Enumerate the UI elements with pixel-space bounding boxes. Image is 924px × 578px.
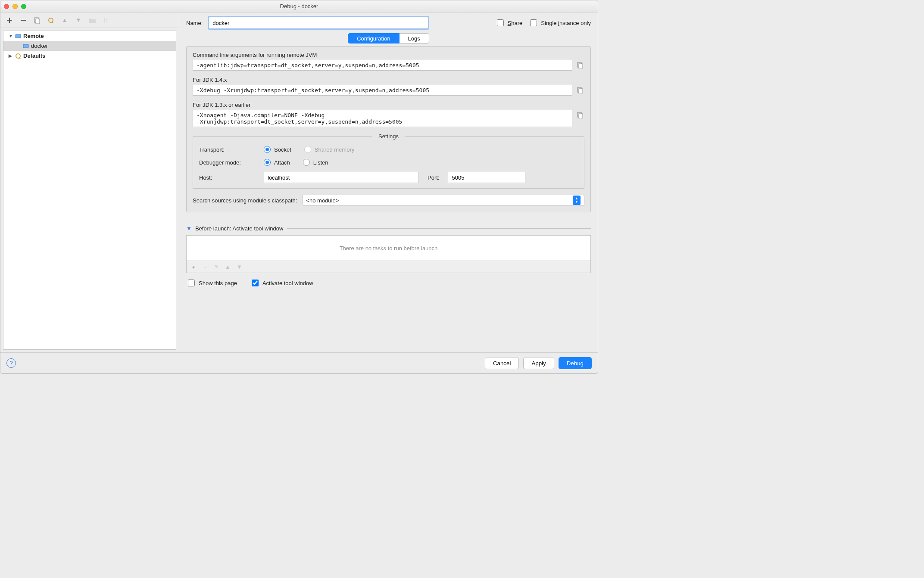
tab-configuration[interactable]: Configuration [348,33,399,44]
classpath-row: Search sources using module's classpath:… [193,195,584,206]
sidebar-toolbar: ▲ ▼ az [0,12,179,28]
name-label: Name: [186,20,203,26]
tabs: Configuration Logs [186,33,591,44]
jdk14-value[interactable]: -Xdebug -Xrunjdwp:transport=dt_socket,se… [193,85,572,96]
svg-rect-13 [579,89,583,93]
transport-shared-radio: Shared memory [304,146,354,153]
svg-text:z: z [106,20,107,23]
port-input[interactable] [448,172,525,183]
add-config-icon[interactable] [6,16,13,24]
before-launch-toolbar: ＋ － ✎ ▲ ▼ [186,261,591,273]
folder-icon[interactable] [88,16,96,24]
copy-icon[interactable] [577,62,584,69]
activate-tool-window-input[interactable] [252,280,259,286]
defaults-group-icon [15,53,22,59]
sort-icon[interactable]: az [102,16,110,24]
transport-row: Socket Shared memory [264,146,578,153]
name-input[interactable] [209,17,428,29]
cmdline-label: Command line arguments for running remot… [193,52,584,58]
before-launch-checks: Show this page Activate tool window [186,278,591,288]
mode-attach-radio[interactable]: Attach [264,159,290,166]
share-checkbox-input[interactable] [497,19,504,26]
bl-down-icon[interactable]: ▼ [237,264,242,270]
header-row: Name: SSharehare Single instance onlySin… [186,17,591,29]
radio-on-icon [264,146,271,153]
debugger-mode-label: Debugger mode: [199,159,264,166]
apply-button[interactable]: Apply [523,357,554,369]
transport-shared-label: Shared memory [315,146,354,153]
bl-edit-icon[interactable]: ✎ [214,264,219,270]
copy-icon[interactable] [577,87,584,94]
radio-disabled-icon [304,146,311,153]
settings-fieldset: Settings Transport: Socket Sh [193,137,584,189]
window-controls [4,4,26,9]
tab-logs[interactable]: Logs [400,33,429,44]
single-instance-label: Single instance onlySingle instance only [541,20,591,26]
collapse-arrow-icon[interactable]: ▶ [9,53,13,58]
single-instance-checkbox-input[interactable] [530,19,537,26]
debug-button[interactable]: Debug [559,357,592,369]
before-launch-section: ▼ Before launch: Activate tool window Th… [186,225,591,288]
show-this-page-input[interactable] [188,280,195,286]
activate-tool-window-checkbox[interactable]: Activate tool window [250,278,313,288]
transport-socket-label: Socket [274,146,291,153]
host-input[interactable] [264,172,419,183]
tree-item-docker[interactable]: docker [3,41,176,51]
zoom-window-button[interactable] [21,4,26,9]
settings-legend: Settings [377,133,400,140]
remove-config-icon[interactable] [19,16,27,24]
bl-up-icon[interactable]: ▲ [225,264,231,270]
configuration-panel: Command line arguments for running remot… [186,46,591,212]
classpath-label: Search sources using module's classpath: [193,197,297,204]
before-launch-title: Before launch: Activate tool window [195,225,284,232]
bl-remove-icon[interactable]: － [203,263,208,271]
jdk14-label: For JDK 1.4.x [193,77,584,83]
minimize-window-button[interactable] [12,4,18,9]
transport-socket-radio[interactable]: Socket [264,146,291,153]
show-this-page-label: Show this page [199,280,237,286]
svg-rect-11 [579,64,583,68]
mode-listen-label: Listen [313,159,328,166]
help-icon[interactable]: ? [6,358,16,368]
host-label: Host: [199,174,264,181]
tree-group-defaults[interactable]: ▶ Defaults [3,51,176,61]
titlebar: Debug - docker [0,0,598,12]
main-panel: Name: SSharehare Single instance onlySin… [179,12,598,352]
jdk13-value[interactable]: -Xnoagent -Djava.compiler=NONE -Xdebug -… [193,110,572,127]
edit-templates-icon[interactable] [47,16,55,24]
show-this-page-checkbox[interactable]: Show this page [186,278,237,288]
move-down-icon[interactable]: ▼ [75,16,82,24]
remote-config-icon [22,43,29,50]
transport-label: Transport: [199,146,264,153]
svg-rect-15 [579,114,583,118]
svg-rect-6 [16,34,21,38]
share-label: SSharehare [508,20,523,26]
disclosure-arrow-icon[interactable]: ▼ [186,225,192,232]
hostport-row: Port: [264,172,578,183]
tree-label: docker [31,43,48,49]
window-title: Debug - docker [0,3,598,9]
tree-group-remote[interactable]: ▼ Remote [3,31,176,41]
expand-arrow-icon[interactable]: ▼ [9,34,13,38]
sidebar: ▲ ▼ az ▼ Remote docker ▶ Defaults [0,12,179,352]
debugger-mode-row: Attach Listen [264,159,578,166]
cancel-button[interactable]: Cancel [485,357,519,369]
copy-icon[interactable] [577,112,584,119]
classpath-select[interactable]: <no module> ▲▼ [302,195,584,206]
move-up-icon[interactable]: ▲ [61,16,69,24]
svg-rect-7 [23,44,28,48]
close-window-button[interactable] [4,4,9,9]
before-launch-header[interactable]: ▼ Before launch: Activate tool window [186,225,591,232]
tree-label: Remote [23,33,44,39]
before-launch-list[interactable]: There are no tasks to run before launch [186,235,591,261]
mode-listen-radio[interactable]: Listen [303,159,328,166]
remote-group-icon [15,33,22,40]
classpath-value: <no module> [306,197,339,204]
port-label: Port: [428,174,439,181]
bl-add-icon[interactable]: ＋ [191,263,197,271]
share-checkbox[interactable]: SSharehare [495,18,523,28]
cmdline-value[interactable]: -agentlib:jdwp=transport=dt_socket,serve… [193,60,572,71]
single-instance-checkbox[interactable]: Single instance onlySingle instance only [528,18,591,28]
copy-config-icon[interactable] [33,16,41,24]
config-tree[interactable]: ▼ Remote docker ▶ Defaults [3,31,176,350]
